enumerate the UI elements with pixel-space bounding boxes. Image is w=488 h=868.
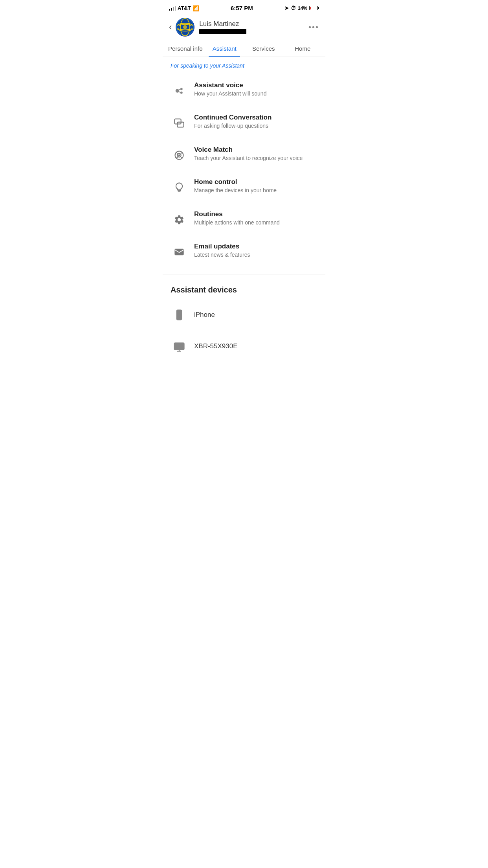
email-updates-text: Email updates Latest news & features <box>194 243 250 258</box>
profile-sub <box>199 28 246 34</box>
header: ‹ Luis Martinez <box>163 15 325 41</box>
assistant-voice-desc: How your Assistant will sound <box>194 90 266 97</box>
avatar-image <box>176 18 194 37</box>
assistant-voice-text: Assistant voice How your Assistant will … <box>194 81 266 97</box>
continued-conversation-title: Continued Conversation <box>194 114 272 121</box>
settings-item-assistant-voice[interactable]: Assistant voice How your Assistant will … <box>163 74 325 107</box>
battery-percent: 14% <box>298 6 307 11</box>
tv-label: XBR-55X930E <box>194 342 238 350</box>
back-button[interactable]: ‹ <box>169 22 172 32</box>
tv-icon <box>171 338 188 355</box>
profile-section: Luis Martinez <box>176 18 308 37</box>
svg-rect-10 <box>174 119 181 124</box>
voice-match-title: Voice Match <box>194 146 303 154</box>
signal-bars <box>169 6 176 11</box>
svg-point-5 <box>176 89 179 92</box>
home-control-desc: Manage the devices in your home <box>194 187 277 193</box>
svg-point-4 <box>183 25 187 29</box>
signal-bar-3 <box>173 7 174 11</box>
routines-text: Routines Multiple actions with one comma… <box>194 210 280 226</box>
settings-item-continued-conversation[interactable]: Continued Conversation For asking follow… <box>163 107 325 139</box>
signal-bar-1 <box>169 9 170 11</box>
continued-conversation-text: Continued Conversation For asking follow… <box>194 114 272 129</box>
home-control-text: Home control Manage the devices in your … <box>194 178 277 193</box>
bulb-icon <box>171 179 188 196</box>
voice-match-text: Voice Match Teach your Assistant to reco… <box>194 146 303 161</box>
settings-item-email-updates[interactable]: Email updates Latest news & features <box>163 235 325 268</box>
voice-icon <box>171 82 188 99</box>
settings-list: Assistant voice How your Assistant will … <box>163 71 325 271</box>
status-left: AT&T 📶 <box>169 5 199 11</box>
voicematch-icon <box>171 147 188 164</box>
tab-home[interactable]: Home <box>283 41 323 57</box>
carrier-label: AT&T <box>178 5 191 11</box>
status-bar: AT&T 📶 6:57 PM ➤ ⏱ 14% <box>163 0 325 15</box>
assistant-devices-header: Assistant devices <box>163 278 325 299</box>
svg-point-6 <box>180 88 183 90</box>
assistant-voice-title: Assistant voice <box>194 81 266 89</box>
location-icon: ➤ <box>284 5 289 11</box>
time-display: 6:57 PM <box>231 5 253 11</box>
device-item-iphone[interactable]: iPhone <box>163 299 325 331</box>
email-icon <box>171 243 188 261</box>
voice-match-desc: Teach your Assistant to recognize your v… <box>194 155 303 161</box>
signal-bar-4 <box>175 6 176 11</box>
routines-title: Routines <box>194 210 280 218</box>
section-divider <box>163 274 325 274</box>
svg-rect-17 <box>174 249 183 255</box>
home-control-title: Home control <box>194 178 277 186</box>
continued-conversation-desc: For asking follow-up questions <box>194 123 272 129</box>
settings-item-home-control[interactable]: Home control Manage the devices in your … <box>163 171 325 203</box>
more-button[interactable]: ••• <box>308 23 319 32</box>
svg-rect-11 <box>177 122 183 127</box>
email-redacted <box>199 29 246 34</box>
section-subtitle: For speaking to your Assistant <box>163 57 325 71</box>
svg-point-7 <box>180 92 183 94</box>
email-updates-title: Email updates <box>194 243 250 250</box>
devices-list: iPhone XBR-55X930E <box>163 299 325 362</box>
svg-rect-20 <box>174 343 184 350</box>
email-updates-desc: Latest news & features <box>194 252 250 258</box>
svg-line-8 <box>179 89 181 90</box>
signal-bar-2 <box>171 8 172 11</box>
settings-item-voice-match[interactable]: Voice Match Teach your Assistant to reco… <box>163 139 325 171</box>
battery-icon <box>309 6 319 10</box>
profile-name: Luis Martinez <box>199 20 246 28</box>
tab-services[interactable]: Services <box>244 41 283 57</box>
gear-icon <box>171 211 188 228</box>
profile-info: Luis Martinez <box>199 20 246 34</box>
tab-assistant[interactable]: Assistant <box>205 41 244 57</box>
settings-item-routines[interactable]: Routines Multiple actions with one comma… <box>163 203 325 235</box>
tab-personal-info[interactable]: Personal info <box>166 41 205 57</box>
wifi-icon: 📶 <box>193 5 199 11</box>
device-item-tv[interactable]: XBR-55X930E <box>163 331 325 362</box>
phone-icon <box>171 306 188 324</box>
tabs: Personal info Assistant Services Home <box>163 41 325 57</box>
alarm-icon: ⏱ <box>291 5 296 11</box>
chat-icon <box>171 114 188 132</box>
routines-desc: Multiple actions with one command <box>194 219 280 226</box>
svg-point-14 <box>178 154 180 156</box>
avatar <box>176 18 194 37</box>
status-right: ➤ ⏱ 14% <box>284 5 319 11</box>
svg-line-9 <box>179 92 181 92</box>
iphone-label: iPhone <box>194 311 215 319</box>
